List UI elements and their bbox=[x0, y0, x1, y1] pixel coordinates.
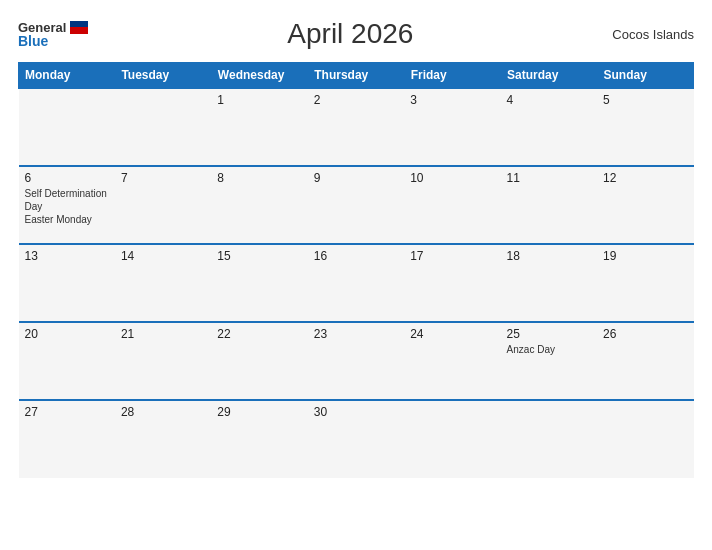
header: General Blue April 2026 Cocos Islands bbox=[18, 18, 694, 50]
day-number: 11 bbox=[507, 171, 591, 185]
calendar-cell: 19 bbox=[597, 244, 693, 322]
day-number: 17 bbox=[410, 249, 494, 263]
day-number: 9 bbox=[314, 171, 398, 185]
region-label: Cocos Islands bbox=[612, 27, 694, 42]
calendar-cell: 10 bbox=[404, 166, 500, 244]
weekday-header-row: Monday Tuesday Wednesday Thursday Friday… bbox=[19, 63, 694, 89]
calendar-cell: 28 bbox=[115, 400, 211, 478]
day-number: 12 bbox=[603, 171, 687, 185]
calendar-cell: 18 bbox=[501, 244, 597, 322]
day-number: 21 bbox=[121, 327, 205, 341]
calendar-cell: 13 bbox=[19, 244, 115, 322]
calendar-cell bbox=[19, 88, 115, 166]
day-number: 6 bbox=[25, 171, 109, 185]
calendar-cell: 8 bbox=[211, 166, 307, 244]
calendar-week-row: 13141516171819 bbox=[19, 244, 694, 322]
calendar-cell: 6Self Determination DayEaster Monday bbox=[19, 166, 115, 244]
calendar-cell: 7 bbox=[115, 166, 211, 244]
calendar-cell: 16 bbox=[308, 244, 404, 322]
calendar-cell: 1 bbox=[211, 88, 307, 166]
calendar-cell: 23 bbox=[308, 322, 404, 400]
day-number: 10 bbox=[410, 171, 494, 185]
day-number: 5 bbox=[603, 93, 687, 107]
calendar-cell: 2 bbox=[308, 88, 404, 166]
header-sunday: Sunday bbox=[597, 63, 693, 89]
day-number: 30 bbox=[314, 405, 398, 419]
calendar-week-row: 12345 bbox=[19, 88, 694, 166]
calendar-cell: 12 bbox=[597, 166, 693, 244]
header-friday: Friday bbox=[404, 63, 500, 89]
calendar-cell: 17 bbox=[404, 244, 500, 322]
calendar-cell: 9 bbox=[308, 166, 404, 244]
calendar-cell bbox=[597, 400, 693, 478]
header-monday: Monday bbox=[19, 63, 115, 89]
day-number: 8 bbox=[217, 171, 301, 185]
day-number: 3 bbox=[410, 93, 494, 107]
calendar-cell: 22 bbox=[211, 322, 307, 400]
calendar-cell: 15 bbox=[211, 244, 307, 322]
calendar-cell: 24 bbox=[404, 322, 500, 400]
day-number: 18 bbox=[507, 249, 591, 263]
calendar-cell: 4 bbox=[501, 88, 597, 166]
day-number: 13 bbox=[25, 249, 109, 263]
day-number: 20 bbox=[25, 327, 109, 341]
calendar-cell: 25Anzac Day bbox=[501, 322, 597, 400]
logo: General Blue bbox=[18, 21, 88, 48]
day-number: 29 bbox=[217, 405, 301, 419]
day-number: 15 bbox=[217, 249, 301, 263]
day-number: 24 bbox=[410, 327, 494, 341]
event-label: Self Determination Day bbox=[25, 187, 109, 213]
day-number: 25 bbox=[507, 327, 591, 341]
day-number: 27 bbox=[25, 405, 109, 419]
calendar-cell: 30 bbox=[308, 400, 404, 478]
header-thursday: Thursday bbox=[308, 63, 404, 89]
day-number: 2 bbox=[314, 93, 398, 107]
flag-icon bbox=[70, 21, 88, 34]
calendar-cell: 11 bbox=[501, 166, 597, 244]
calendar-table: Monday Tuesday Wednesday Thursday Friday… bbox=[18, 62, 694, 478]
event-label: Easter Monday bbox=[25, 213, 109, 226]
day-number: 19 bbox=[603, 249, 687, 263]
page: General Blue April 2026 Cocos Islands Mo… bbox=[0, 0, 712, 550]
calendar-cell: 5 bbox=[597, 88, 693, 166]
day-number: 1 bbox=[217, 93, 301, 107]
calendar-week-row: 202122232425Anzac Day26 bbox=[19, 322, 694, 400]
day-number: 22 bbox=[217, 327, 301, 341]
calendar-cell: 27 bbox=[19, 400, 115, 478]
day-number: 4 bbox=[507, 93, 591, 107]
day-number: 16 bbox=[314, 249, 398, 263]
header-wednesday: Wednesday bbox=[211, 63, 307, 89]
day-number: 7 bbox=[121, 171, 205, 185]
logo-general: General bbox=[18, 21, 66, 34]
calendar-week-row: 27282930 bbox=[19, 400, 694, 478]
calendar-cell bbox=[501, 400, 597, 478]
calendar-cell bbox=[115, 88, 211, 166]
calendar-cell: 14 bbox=[115, 244, 211, 322]
calendar-cell: 3 bbox=[404, 88, 500, 166]
day-number: 14 bbox=[121, 249, 205, 263]
calendar-week-row: 6Self Determination DayEaster Monday7891… bbox=[19, 166, 694, 244]
calendar-cell: 20 bbox=[19, 322, 115, 400]
calendar-cell: 29 bbox=[211, 400, 307, 478]
calendar-title: April 2026 bbox=[88, 18, 612, 50]
day-number: 28 bbox=[121, 405, 205, 419]
calendar-cell: 21 bbox=[115, 322, 211, 400]
header-saturday: Saturday bbox=[501, 63, 597, 89]
event-label: Anzac Day bbox=[507, 343, 591, 356]
day-number: 23 bbox=[314, 327, 398, 341]
day-number: 26 bbox=[603, 327, 687, 341]
calendar-cell: 26 bbox=[597, 322, 693, 400]
logo-blue: Blue bbox=[18, 34, 88, 48]
calendar-cell bbox=[404, 400, 500, 478]
header-tuesday: Tuesday bbox=[115, 63, 211, 89]
